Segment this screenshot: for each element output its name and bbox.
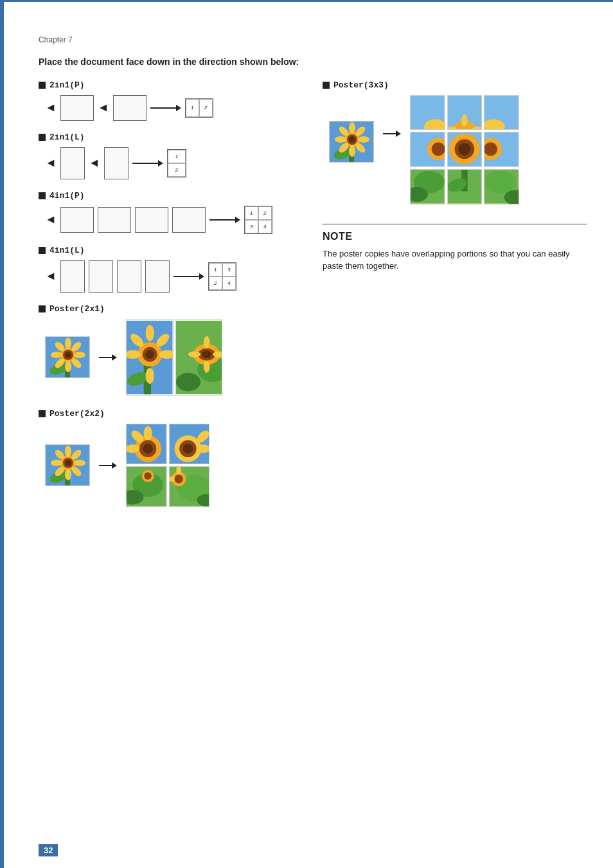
label-poster3x3: Poster(3x3) <box>333 80 389 90</box>
note-title: NOTE <box>323 231 587 242</box>
long-arrow-2in1l <box>132 160 163 167</box>
diagram-4in1l: ◄ <box>45 260 303 293</box>
poster-grid-3x3 <box>410 95 519 204</box>
subsection-2in1l: 2in1(L) <box>39 132 303 142</box>
svg-point-93 <box>461 114 468 126</box>
cell-3-4in1p: 3 <box>245 220 258 233</box>
poster-cell-3x3-r2c3 <box>484 132 519 167</box>
diagram-2in1l: ◄ ◄ <box>45 147 303 179</box>
poster-cell-3x3-r2c1 <box>410 132 445 167</box>
doc2-4in1p <box>98 207 131 233</box>
doc2-2in1p <box>113 95 147 121</box>
poster-cell-3x3-r3c1 <box>410 169 445 204</box>
arrow-left-2in1p: ◄ <box>45 101 57 114</box>
label-2in1l: 2in1(L) <box>49 132 85 142</box>
bullet-poster3x3 <box>323 82 330 89</box>
cell-2-4in1l: 2 <box>209 276 222 290</box>
poster-cell-2x1-1 <box>126 319 173 396</box>
doc1-2in1p <box>60 95 94 121</box>
svg-point-28 <box>176 372 200 391</box>
poster-cell-3x3-r1c1 <box>410 95 445 131</box>
svg-point-82 <box>358 136 369 143</box>
arrow-left2-2in1l: ◄ <box>89 156 100 170</box>
poster-cell-2x1-2 <box>175 319 223 396</box>
cell-2-4in1p: 2 <box>258 206 272 220</box>
bullet-2in1l <box>39 134 46 141</box>
svg-point-34 <box>188 351 200 357</box>
svg-point-80 <box>349 145 355 157</box>
poster-grid-2x1 <box>126 319 222 396</box>
diagram-2in1p: ◄ ◄ <box>45 95 303 121</box>
doc1-2in1l <box>60 147 85 179</box>
subsection-4in1l: 4in1(L) <box>39 246 303 255</box>
poster-cell-3x3-r1c2 <box>447 95 483 131</box>
svg-point-67 <box>144 473 151 480</box>
svg-point-6 <box>51 352 62 358</box>
svg-point-74 <box>174 475 182 483</box>
doc4-4in1p <box>172 207 206 233</box>
cell-2-2in1l: 2 <box>168 163 186 177</box>
poster-cell-2x2-tl <box>126 424 167 465</box>
svg-point-25 <box>146 350 154 358</box>
sunflower-thumb-2x2 <box>45 444 90 486</box>
subsection-poster2x1: Poster(2x1) <box>39 304 303 314</box>
output-4in1p: 1 2 3 4 <box>244 206 272 234</box>
cell-4-4in1p: 4 <box>258 220 272 233</box>
cell-1-2in1l: 1 <box>168 150 186 163</box>
doc1-4in1l <box>60 260 85 293</box>
chapter-label: Chapter 7 <box>39 35 587 44</box>
doc2-2in1l <box>104 147 129 179</box>
svg-point-81 <box>335 136 346 143</box>
svg-point-5 <box>65 361 71 372</box>
diagram-4in1p: ◄ <box>45 206 303 234</box>
cell-4-4in1l: 4 <box>222 276 236 290</box>
label-poster2x1: Poster(2x1) <box>49 304 105 314</box>
cell-1-2in1p: 1 <box>186 99 199 117</box>
svg-point-56 <box>143 444 153 453</box>
cell-3-4in1l: 3 <box>222 263 236 276</box>
poster-container-3x3 <box>329 95 587 204</box>
arrow-left2-2in1p: ◄ <box>98 101 109 114</box>
svg-point-88 <box>349 136 355 143</box>
svg-point-62 <box>182 444 192 453</box>
poster-container-2x1 <box>45 319 303 396</box>
cell-1-4in1p: 1 <box>245 206 258 220</box>
subsection-2in1p: 2in1(P) <box>39 80 303 90</box>
output-2in1l: 1 2 <box>167 149 186 177</box>
cell-2-2in1p: 2 <box>199 99 213 117</box>
svg-point-79 <box>349 122 355 134</box>
poster-cell-3x3-r1c3 <box>484 95 519 131</box>
svg-point-33 <box>203 360 209 372</box>
doc1-4in1p <box>60 207 94 233</box>
svg-point-106 <box>458 143 470 156</box>
poster-cell-2x2-bl <box>126 466 167 507</box>
label-2in1p: 2in1(P) <box>49 80 85 90</box>
svg-point-40 <box>65 446 71 457</box>
poster-container-2x2 <box>45 424 303 507</box>
left-column: 2in1(P) ◄ ◄ <box>39 80 303 520</box>
svg-point-7 <box>74 352 85 358</box>
main-heading: Place the document face down in the dire… <box>39 56 587 69</box>
arrow-poster2x1 <box>99 354 117 361</box>
svg-point-41 <box>65 469 71 480</box>
subsection-poster2x2: Poster(2x2) <box>39 409 303 419</box>
svg-point-19 <box>146 368 154 384</box>
svg-point-111 <box>484 143 497 156</box>
arrow-left-2in1l: ◄ <box>45 156 57 170</box>
left-accent-bar <box>0 0 4 868</box>
long-arrow-4in1p <box>209 217 240 223</box>
page-number: 32 <box>39 844 58 856</box>
long-arrow-2in1p <box>150 105 181 111</box>
subsection-4in1p: 4in1(P) <box>39 191 303 201</box>
svg-point-102 <box>432 143 445 156</box>
bullet-poster2x2 <box>39 410 46 417</box>
svg-point-49 <box>65 460 71 466</box>
poster-cell-2x2-br <box>169 466 210 507</box>
arrow-poster2x2 <box>99 462 117 469</box>
subsection-poster3x3: Poster(3x3) <box>323 80 587 90</box>
poster-cell-3x3-r3c3 <box>484 169 519 204</box>
svg-point-18 <box>146 325 154 341</box>
right-column: Poster(3x3) <box>323 80 587 520</box>
poster-cell-3x3-r2c2 <box>447 132 483 167</box>
svg-point-119 <box>484 171 515 193</box>
